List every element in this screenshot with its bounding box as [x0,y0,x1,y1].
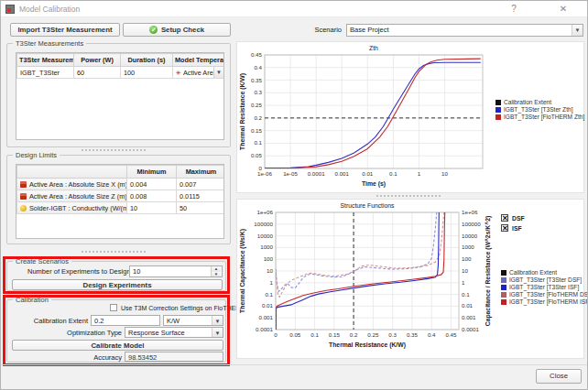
svg-text:0.1: 0.1 [310,331,319,338]
calibrate-model-button[interactable]: Calibrate Model [12,340,223,351]
limit-max-cell[interactable]: 0.0115 [177,190,225,202]
stepper-arrows[interactable]: ▲▼ [211,266,221,276]
calibration-extent-input[interactable]: 0.2 [91,315,160,326]
geometry-cube-icon [20,193,27,200]
splitter-handle[interactable] [376,195,441,197]
splitter-handle[interactable] [82,149,146,151]
calibration-group: Calibration Use T3M Correction Settings … [6,299,226,363]
measurement-name-cell[interactable]: IGBT_T3Ster [17,67,74,79]
svg-text:0.1: 0.1 [462,291,470,298]
svg-text:1e+06: 1e+06 [257,209,274,215]
close-window-button[interactable]: ✕ [556,3,571,15]
col-header-parameter[interactable] [17,166,127,179]
create-scenarios-group: Create Scenarios Number of Experiments t… [6,261,226,291]
footer-divider [1,364,587,365]
svg-text:1000: 1000 [260,244,273,250]
svg-text:0.3: 0.3 [388,331,397,338]
experiments-count-stepper[interactable]: 10 ▲▼ [129,265,223,277]
checked-checkbox-icon[interactable] [501,214,508,222]
svg-text:100: 100 [264,255,274,262]
legend-swatch [501,285,506,290]
setup-check-button[interactable]: Setup Check [123,23,231,37]
svg-text:0.0001: 0.0001 [256,326,273,332]
measurements-group-label: T3Ster Measurements [13,39,86,48]
limit-min-cell[interactable]: 0.004 [127,179,177,190]
svg-text:0.001: 0.001 [462,314,476,320]
svg-text:0.0001: 0.0001 [462,326,479,332]
svg-text:0.15: 0.15 [329,331,341,338]
chevron-down-icon[interactable]: ▼ [213,67,223,78]
model-temperature-combo[interactable]: ✳Active Area:M ▼ [173,67,224,79]
svg-text:100: 100 [462,255,472,262]
help-button[interactable]: ? [506,3,521,15]
svg-text:Thermal Capacitance (Ws/K): Thermal Capacitance (Ws/K) [239,229,246,313]
svg-text:Zth: Zth [369,45,378,51]
svg-text:1: 1 [270,279,274,286]
structure-functions-legend: Calibration Extent IGBT_T3Ster [T3Ster D… [501,269,588,305]
power-cell[interactable]: 60 [74,67,121,79]
zth-legend: Calibration Extent IGBT_T3Ster [T3Ster Z… [495,99,584,120]
chevron-down-icon[interactable]: ▼ [212,316,223,325]
col-header-maximum[interactable]: Maximum [177,166,225,179]
limit-max-cell[interactable]: 0.007 [177,179,225,190]
svg-text:10000: 10000 [257,233,274,239]
structure-functions-chart-card: 00.050.10.150.20.250.30.350.40.450.00010… [236,199,584,359]
col-header-duration[interactable]: Duration (s) [121,54,173,67]
isf-toggle[interactable]: ISF [501,224,525,232]
svg-text:0.1: 0.1 [389,170,397,177]
svg-text:0.01: 0.01 [462,302,474,309]
legend-swatch [495,100,501,105]
limit-name-cell[interactable]: Active Area : Absolute Size Z (m) [17,190,127,202]
dsf-toggle[interactable]: DSF [501,214,525,222]
limit-min-cell[interactable]: 10 [127,202,177,214]
scenario-dropdown[interactable]: Base Project ▼ [346,24,583,37]
close-button[interactable]: Close [536,369,582,384]
setup-check-icon [149,26,158,34]
chevron-down-icon[interactable]: ▼ [572,25,583,36]
col-header-power[interactable]: Power (W) [74,54,121,67]
col-header-minimum[interactable]: Minimum [127,166,177,179]
t3m-correction-checkbox[interactable] [110,304,117,311]
sf-toggles: DSF ISF [501,214,525,234]
svg-text:0.01: 0.01 [262,302,274,309]
svg-text:10: 10 [267,267,273,274]
legend-item: IGBT_T3Ster [FloTHERM ISF] [501,298,588,305]
legend-item: IGBT_T3Ster [T3Ster ISF] [501,284,588,290]
table-row: Active Area : Absolute Size Z (m) 0.008 … [17,190,225,202]
col-header-measurement[interactable]: T3Ster Measurement [17,54,74,67]
accuracy-value-field: 98.53452 [125,352,223,362]
design-experiments-button[interactable]: Design Experiments [12,279,223,290]
svg-text:0.0001: 0.0001 [308,170,325,177]
title-bar: Model Calibration ? ✕ [1,1,587,17]
svg-text:0.2: 0.2 [350,331,358,338]
app-icon [5,5,15,14]
limit-min-cell[interactable]: 0.008 [127,190,177,202]
chevron-down-icon[interactable]: ▼ [212,328,223,337]
svg-text:Time (s): Time (s) [362,180,386,188]
checked-checkbox-icon[interactable] [501,224,508,232]
measurements-table: T3Ster Measurement Power (W) Duration (s… [16,52,224,140]
limit-name-cell[interactable]: Active Area : Absolute Size X (m) [17,179,127,190]
svg-text:Thermal Resistance (K/W): Thermal Resistance (K/W) [329,341,406,349]
svg-text:0.45: 0.45 [251,51,263,58]
col-header-model-temperature[interactable]: Model Temperature [173,54,224,67]
extent-unit-dropdown[interactable]: K/W ▼ [163,315,223,326]
svg-text:0.4: 0.4 [254,64,262,70]
import-t3ster-button[interactable]: Import T3Ster Measurement [10,23,120,37]
calibration-extent-label: Calibration Extent [16,317,88,325]
duration-cell[interactable]: 100 [121,67,173,79]
svg-text:1: 1 [418,170,421,177]
legend-item: Calibration Extent [495,99,584,105]
splitter-handle[interactable] [82,251,146,253]
window-title: Model Calibration [19,5,80,14]
optimization-type-dropdown[interactable]: Response Surface ▼ [125,327,223,338]
svg-text:1: 1 [462,279,465,286]
svg-text:0.25: 0.25 [367,331,379,338]
legend-item: IGBT_T3Ster [T3Ster Zth] [495,106,584,113]
legend-swatch [501,270,506,276]
limit-max-cell[interactable]: 50 [177,202,225,214]
limit-name-cell[interactable]: Solder-IGBT : Conductivity (W/(mK)) [17,202,127,214]
experiments-count-label: Number of Experiments to Design [27,267,126,276]
accuracy-label: Accuracy [62,353,122,362]
table-row: Active Area : Absolute Size X (m) 0.004 … [17,179,225,190]
